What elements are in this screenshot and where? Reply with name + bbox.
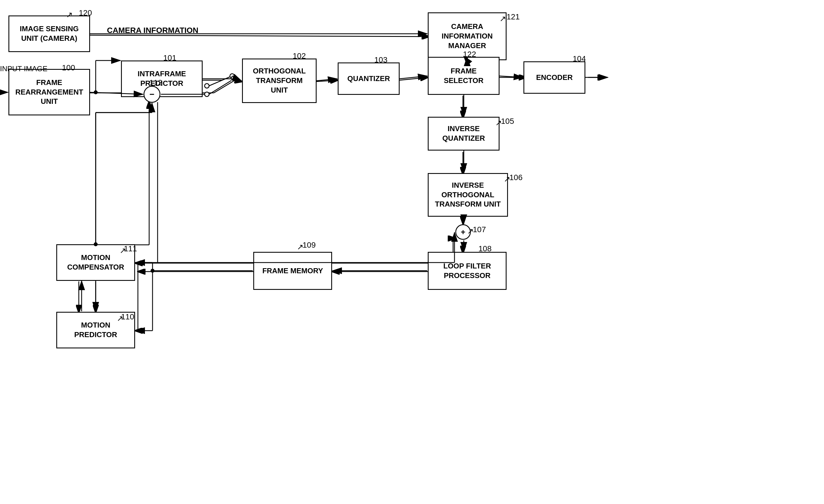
ref-112: 112 — [149, 78, 163, 87]
image-sensing-block: IMAGE SENSING UNIT (CAMERA) — [8, 15, 90, 52]
camera-information-label: CAMERA INFORMATION — [107, 25, 198, 35]
diagram: IMAGE SENSING UNIT (CAMERA) 120 ↗ FRAMER… — [0, 0, 824, 504]
svg-point-39 — [205, 84, 209, 88]
ref-106: 106 — [509, 173, 523, 182]
subtract-circle: − — [143, 86, 161, 103]
ref-101: 101 — [163, 54, 177, 63]
encoder-block: ENCODER — [523, 61, 585, 94]
ref-109: 109 — [303, 240, 316, 249]
inverse-quantizer-block: INVERSEQUANTIZER — [428, 117, 500, 150]
svg-line-10 — [400, 77, 428, 80]
switch-svg — [204, 72, 246, 100]
svg-line-41 — [209, 77, 230, 86]
ref-107: 107 — [473, 225, 486, 234]
svg-point-75 — [94, 90, 98, 94]
ref-120: 120 — [79, 8, 92, 17]
svg-line-54 — [317, 79, 337, 81]
ref-104: 104 — [573, 54, 586, 63]
frame-rearrangement-block: FRAMEREARRANGEMENTUNIT — [8, 69, 90, 115]
input-image-label: INPUT IMAGE — [0, 64, 47, 74]
frame-memory-block: FRAME MEMORY — [253, 252, 332, 290]
ref-108: 108 — [479, 244, 492, 253]
ref-105: 105 — [501, 117, 514, 126]
loop-filter-block: LOOP FILTERPROCESSOR — [428, 252, 507, 290]
orthogonal-transform-block: ORTHOGONALTRANSFORMUNIT — [242, 59, 317, 103]
frame-selector-block: FRAMESELECTOR — [428, 57, 500, 95]
svg-line-56 — [500, 76, 523, 77]
svg-point-40 — [230, 74, 234, 78]
quantizer-block: QUANTIZER — [338, 63, 400, 95]
ref-121: 121 — [507, 12, 520, 21]
svg-line-55 — [400, 76, 427, 79]
ref-122: 122 — [463, 50, 476, 59]
ref-100: 100 — [62, 63, 75, 72]
ref-102: 102 — [293, 52, 306, 61]
ref-103: 103 — [374, 56, 388, 65]
inverse-orthogonal-block: INVERSEORTHOGONALTRANSFORM UNIT — [428, 173, 508, 217]
svg-point-66 — [150, 269, 154, 273]
svg-line-9 — [315, 80, 338, 82]
